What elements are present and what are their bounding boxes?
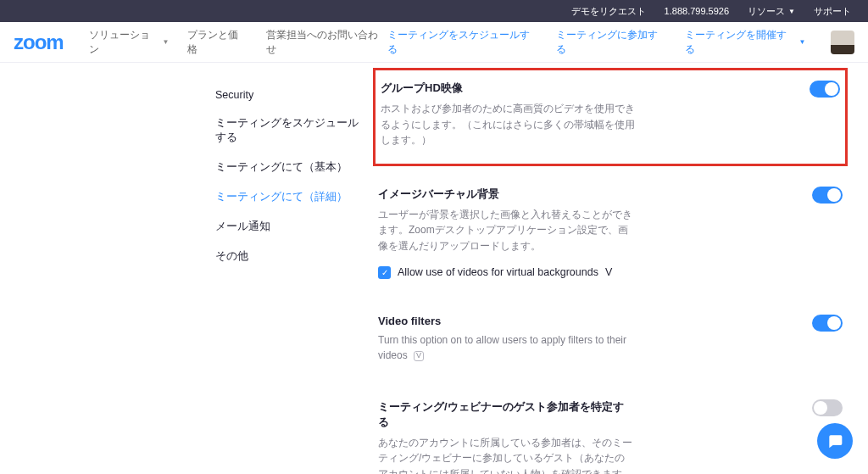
- setting-virtual-bg-desc: ユーザーが背景を選択した画像と入れ替えることができます。Zoomデスクトップアプ…: [378, 207, 632, 254]
- chevron-down-icon: ▼: [162, 38, 169, 46]
- settings-main: グループHD映像 ホストおよび参加者のために高画質のビデオを使用できるようにしま…: [370, 63, 868, 474]
- nav-schedule-meeting[interactable]: ミーティングをスケジュールする: [387, 28, 538, 57]
- chevron-down-icon: ▼: [798, 38, 805, 46]
- main-header: zoom ソリューション ▼ プランと価格 営業担当へのお問い合わせ ミーティン…: [0, 22, 868, 63]
- info-icon[interactable]: V: [414, 351, 424, 361]
- setting-virtual-bg-toggle[interactable]: [812, 187, 843, 204]
- sidebar-item-inmeeting-advanced[interactable]: ミーティングにて（詳細）: [215, 182, 361, 212]
- topbar-demo-link[interactable]: デモをリクエスト: [571, 5, 646, 18]
- setting-guest-identify-title: ミーティング/ウェビナーのゲスト参加者を特定する: [378, 399, 632, 430]
- sidebar-item-other[interactable]: その他: [215, 242, 361, 271]
- setting-virtual-bg: イメージバーチャル背景 ユーザーが背景を選択した画像と入れ替えることができます。…: [378, 171, 843, 299]
- chevron-down-icon: ▼: [788, 8, 795, 15]
- nav-solutions-label: ソリューション: [89, 28, 159, 57]
- sidebar-item-schedule[interactable]: ミーティングをスケジュールする: [215, 109, 361, 153]
- nav-left: ソリューション ▼ プランと価格 営業担当へのお問い合わせ: [89, 28, 387, 57]
- setting-guest-identify-toggle[interactable]: [812, 399, 843, 416]
- info-icon[interactable]: V: [605, 266, 612, 278]
- setting-virtual-bg-video-checkbox[interactable]: ✓ Allow use of videos for virtual backgr…: [378, 266, 632, 279]
- check-icon: ✓: [378, 266, 391, 279]
- nav-right: ミーティングをスケジュールする ミーティングに参加する ミーティングを開催する …: [387, 28, 855, 57]
- setting-guest-identify-desc: あなたのアカウントに所属している参加者は、そのミーティング/ウェビナーに参加して…: [378, 435, 632, 474]
- utility-topbar: デモをリクエスト 1.888.799.5926 リソース ▼ サポート: [0, 0, 868, 22]
- sidebar-item-email-notif[interactable]: メール通知: [215, 212, 361, 242]
- setting-group-hd: グループHD映像 ホストおよび参加者のために高画質のビデオを使用できるようにしま…: [373, 68, 848, 166]
- setting-guest-identify: ミーティング/ウェビナーのゲスト参加者を特定する あなたのアカウントに所属してい…: [378, 384, 843, 474]
- setting-video-filters: Video filters Turn this option on to all…: [378, 299, 843, 384]
- setting-video-filters-toggle[interactable]: [812, 315, 843, 332]
- setting-group-hd-desc: ホストおよび参加者のために高画質のビデオを使用できるようにします。（これにはさら…: [381, 101, 635, 148]
- sidebar-item-inmeeting-basic[interactable]: ミーティングにて（基本）: [215, 153, 361, 182]
- nav-contact[interactable]: 営業担当へのお問い合わせ: [266, 28, 387, 57]
- content-area: Security ミーティングをスケジュールする ミーティングにて（基本） ミー…: [0, 63, 868, 474]
- sidebar-item-security[interactable]: Security: [215, 81, 361, 109]
- setting-virtual-bg-title: イメージバーチャル背景: [378, 187, 632, 202]
- settings-sidebar: Security ミーティングをスケジュールする ミーティングにて（基本） ミー…: [200, 63, 370, 474]
- setting-video-filters-desc: Turn this option on to allow users to ap…: [378, 332, 632, 364]
- setting-group-hd-title: グループHD映像: [381, 81, 635, 96]
- left-gutter: [0, 63, 200, 474]
- topbar-resources-label: リソース: [748, 5, 785, 18]
- topbar-phone-link[interactable]: 1.888.799.5926: [665, 6, 729, 16]
- avatar[interactable]: [831, 31, 854, 54]
- zoom-logo[interactable]: zoom: [14, 31, 64, 54]
- setting-virtual-bg-video-label: Allow use of videos for virtual backgrou…: [398, 266, 598, 278]
- nav-solutions[interactable]: ソリューション ▼: [89, 28, 170, 57]
- nav-join-meeting[interactable]: ミーティングに参加する: [556, 28, 666, 57]
- chat-bubble-button[interactable]: [817, 423, 853, 459]
- nav-plans[interactable]: プランと価格: [187, 28, 248, 57]
- nav-host-label: ミーティングを開催する: [685, 28, 795, 57]
- chat-icon: [826, 432, 843, 449]
- topbar-resources-link[interactable]: リソース ▼: [748, 5, 795, 18]
- nav-host-meeting[interactable]: ミーティングを開催する ▼: [685, 28, 805, 57]
- topbar-support-link[interactable]: サポート: [814, 5, 851, 18]
- setting-guest-identify-desc-text: あなたのアカウントに所属している参加者は、そのミーティング/ウェビナーに参加して…: [378, 437, 632, 474]
- setting-video-filters-title: Video filters: [378, 315, 632, 327]
- setting-group-hd-toggle[interactable]: [810, 81, 840, 98]
